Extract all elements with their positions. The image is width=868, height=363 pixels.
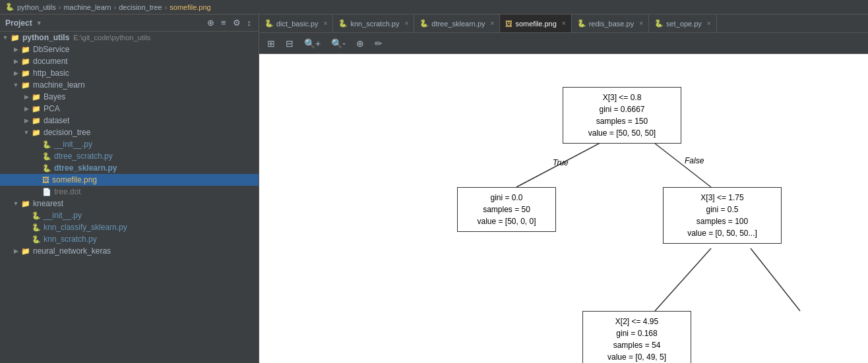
left-node-line1: gini = 0.0 <box>464 192 549 204</box>
tab-bar: 🐍 dict_basic.py × 🐍 knn_scratch.py × 🐍 d… <box>259 14 868 33</box>
right-node-line1: X[3] <= 1.75 <box>670 192 774 204</box>
edit-button[interactable]: ✏ <box>371 36 387 51</box>
new-file-icon[interactable]: ⊕ <box>205 17 216 28</box>
sidebar-item-somefile-png[interactable]: ▶ 🖼 somefile.png <box>0 174 259 186</box>
py-icon-3: 🐍 <box>419 19 429 28</box>
root-node: X[3] <= 0.8 gini = 0.6667 samples = 150 … <box>563 87 681 144</box>
root-node-line1: X[3] <= 0.8 <box>570 92 674 103</box>
sidebar-item-document[interactable]: ▶ 📁 document <box>0 55 259 67</box>
right-left-node: X[2] <= 4.95 gini = 0.168 samples = 54 v… <box>582 311 691 363</box>
breadcrumb-sep-2: › <box>114 3 117 11</box>
left-node-line2: samples = 50 <box>464 204 549 215</box>
sidebar-item-decision-tree[interactable]: ▼ 📁 decision_tree <box>0 126 259 138</box>
sidebar-item-http-basic[interactable]: ▶ 📁 http_basic <box>0 67 259 79</box>
sidebar-dropdown-icon[interactable]: ▼ <box>36 20 42 26</box>
zoom-out-button[interactable]: 🔍- <box>327 36 350 51</box>
tab-close-somefile[interactable]: × <box>562 20 566 27</box>
root-node-line3: samples = 150 <box>570 115 674 127</box>
tab-close-redis[interactable]: × <box>639 20 643 27</box>
left-node-line3: value = [50, 0, 0] <box>464 215 549 227</box>
image-viewer[interactable]: True False X[3] <= 0.8 gini = 0.6667 sam… <box>259 54 868 363</box>
right-node: X[3] <= 1.75 gini = 0.5 samples = 100 va… <box>663 187 782 244</box>
root-node-line2: gini = 0.6667 <box>570 103 674 115</box>
sidebar-item-knn-scratch[interactable]: ▶ 🐍 knn_scratch.py <box>0 233 259 245</box>
tab-dict-basic[interactable]: 🐍 dict_basic.py × <box>259 14 333 32</box>
breadcrumb-item-1[interactable]: python_utils <box>17 3 56 11</box>
root-node-line4: value = [50, 50, 50] <box>570 127 674 139</box>
image-toolbar: ⊞ ⊟ 🔍+ 🔍- ⊕ ✏ <box>259 33 868 54</box>
left-node: gini = 0.0 samples = 50 value = [50, 0, … <box>457 187 556 232</box>
breadcrumb-item-4[interactable]: somefile.png <box>170 3 210 11</box>
sidebar-item-bayes[interactable]: ▶ 📁 Bayes <box>0 91 259 103</box>
sidebar-item-dbservice[interactable]: ▶ 📁 DbService <box>0 43 259 55</box>
py-icon-5: 🐍 <box>654 19 664 28</box>
rl-node-line1: X[2] <= 4.95 <box>590 316 684 327</box>
sidebar-item-dataset[interactable]: ▶ 📁 dataset <box>0 115 259 126</box>
sidebar-item-tree-dot[interactable]: ▶ 📄 tree.dot <box>0 186 259 198</box>
zoom-in-button[interactable]: 🔍+ <box>300 36 325 51</box>
fit-width-button[interactable]: ⊟ <box>282 36 297 51</box>
rl-node-line3: samples = 54 <box>590 339 684 351</box>
sidebar: Project ▼ ⊕ ≡ ⚙ ↕ ▼ 📁 python_utils E:\gi… <box>0 14 259 363</box>
py-icon: 🐍 <box>264 19 274 28</box>
rl-node-line2: gini = 0.168 <box>590 327 684 339</box>
collapse-icon[interactable]: ↕ <box>245 17 254 28</box>
right-node-line4: value = [0, 50, 50...] <box>670 227 774 239</box>
svg-line-3 <box>751 248 800 311</box>
sidebar-title: Project <box>5 18 32 28</box>
sidebar-item-dtree-scratch[interactable]: ▶ 🐍 dtree_scratch.py <box>0 150 259 162</box>
zoom-reset-button[interactable]: ⊕ <box>352 36 368 51</box>
new-folder-icon[interactable]: ≡ <box>219 17 228 28</box>
sidebar-item-knn-classify[interactable]: ▶ 🐍 knn_classify_sklearn.py <box>0 221 259 233</box>
tab-somefile-png[interactable]: 🖼 somefile.png × <box>500 14 571 32</box>
right-node-line3: samples = 100 <box>670 215 774 227</box>
label-true: True <box>553 158 569 167</box>
fit-page-button[interactable]: ⊞ <box>263 36 279 51</box>
tab-redis-base[interactable]: 🐍 redis_base.py × <box>572 14 649 32</box>
sidebar-item-machine-learn[interactable]: ▼ 📁 machine_learn <box>0 79 259 91</box>
py-icon-4: 🐍 <box>577 19 586 28</box>
settings-icon[interactable]: ⚙ <box>231 17 243 28</box>
tab-knn-scratch[interactable]: 🐍 knn_scratch.py × <box>333 14 414 32</box>
rl-node-line4: value = [0, 49, 5] <box>590 351 684 363</box>
breadcrumb-sep-1: › <box>59 3 61 11</box>
tree-root[interactable]: ▼ 📁 python_utils E:\git_code\python_util… <box>0 32 259 43</box>
svg-line-2 <box>655 248 711 311</box>
file-tree: ▼ 📁 python_utils E:\git_code\python_util… <box>0 32 259 363</box>
sidebar-header: Project ▼ ⊕ ≡ ⚙ ↕ <box>0 14 259 32</box>
png-icon: 🖼 <box>505 20 512 28</box>
tab-close-dict-basic[interactable]: × <box>324 20 328 27</box>
tab-close-dtree[interactable]: × <box>491 20 495 27</box>
right-node-line2: gini = 0.5 <box>670 204 774 215</box>
breadcrumb-item-2[interactable]: machine_learn <box>63 3 111 11</box>
sidebar-item-knearest-init[interactable]: ▶ 🐍 __init__.py <box>0 209 259 221</box>
breadcrumb-sep-3: › <box>165 3 168 11</box>
breadcrumb-icon: 🐍 <box>5 3 15 11</box>
tab-dtree-sklearn[interactable]: 🐍 dtree_sklearn.py × <box>414 14 500 32</box>
py-icon-2: 🐍 <box>338 19 348 28</box>
content-area: 🐍 dict_basic.py × 🐍 knn_scratch.py × 🐍 d… <box>259 14 868 363</box>
sidebar-item-neural-network[interactable]: ▶ 📁 neural_network_keras <box>0 245 259 257</box>
sidebar-item-dtree-sklearn[interactable]: ▶ 🐍 dtree_sklearn.py <box>0 162 259 174</box>
label-false: False <box>685 156 704 165</box>
breadcrumb-item-3[interactable]: decision_tree <box>119 3 162 11</box>
tab-set-ope[interactable]: 🐍 set_ope.py × <box>649 14 717 32</box>
tab-close-knn[interactable]: × <box>404 20 408 27</box>
breadcrumb: 🐍 python_utils › machine_learn › decisio… <box>0 0 868 14</box>
sidebar-item-init-py[interactable]: ▶ 🐍 __init__.py <box>0 138 259 150</box>
sidebar-item-pca[interactable]: ▶ 📁 PCA <box>0 103 259 115</box>
sidebar-item-knearest[interactable]: ▼ 📁 knearest <box>0 198 259 209</box>
tab-close-set-ope[interactable]: × <box>707 20 711 27</box>
